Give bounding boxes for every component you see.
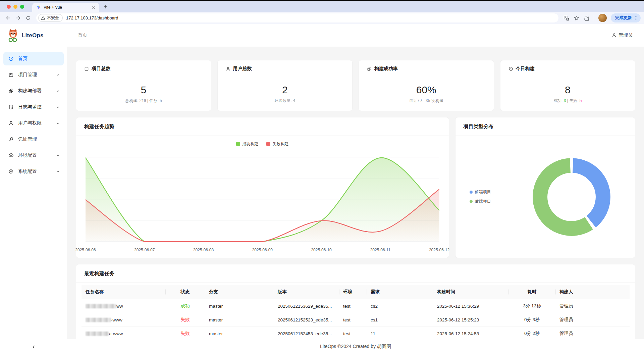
legend-swatch — [266, 142, 270, 146]
x-axis-label: 2025-06-12 — [429, 248, 449, 252]
project-type-card: 项目类型分布 前端项目 后端项目 — [455, 117, 635, 258]
window-zoom-button[interactable] — [20, 5, 24, 9]
user-menu[interactable]: 管理员 — [612, 32, 633, 38]
sidebar-collapse-button[interactable] — [0, 339, 67, 354]
cell-branch: master — [205, 299, 274, 313]
pie-legend: 前端项目 后端项目 — [455, 189, 508, 204]
sidebar-item-home[interactable]: 首页 — [3, 52, 64, 65]
main-column: 首页 管理员 项目总数 5 总构建: 2 — [67, 24, 644, 354]
translate-icon[interactable] — [562, 14, 571, 22]
extensions-puzzle-icon[interactable] — [582, 14, 591, 22]
env-cloud-icon — [8, 153, 14, 158]
cell-build-time: 2025-06-12 15:36:29 — [433, 299, 508, 313]
cell-env: test — [339, 327, 367, 340]
stat-title: 用户总数 — [233, 66, 252, 72]
legend-item-backend[interactable]: 后端项目 — [470, 199, 508, 204]
cell-requirement: cs2 — [367, 299, 433, 313]
table-row[interactable]: ww 成功 master 20250612153629_ede35... tes… — [82, 299, 630, 313]
app-frame: LiteOps 首页 项目管理 构建与部署 — [0, 24, 644, 354]
col-branch: 分支 — [205, 285, 274, 299]
chrome-update-button[interactable]: 完成更新 — [611, 13, 641, 22]
window-minimize-button[interactable] — [13, 5, 17, 9]
user-icon — [226, 66, 230, 71]
legend-swatch — [236, 142, 240, 146]
stat-subtitle: 成功: 3 | 失败: 5 — [553, 98, 582, 104]
cell-duration: 3分 13秒 — [508, 299, 555, 313]
sidebar-item-environments[interactable]: 环境配置 — [3, 149, 64, 162]
brand-name: LiteOps — [22, 32, 44, 39]
kebab-menu-icon[interactable] — [633, 15, 639, 21]
cell-version: 20250612152453_ede35... — [274, 327, 339, 340]
project-icon — [84, 66, 89, 71]
legend-item-fail[interactable]: 失败构建 — [266, 141, 288, 147]
x-axis-label: 2025-06-11 — [370, 248, 391, 252]
cell-build-time: 2025-06-12 15:24:53 — [433, 327, 508, 340]
sidebar-item-label: 用户与权限 — [18, 120, 52, 126]
chevron-left-icon — [32, 345, 36, 349]
address-bar[interactable]: 不安全 172.17.103.173/dashboard — [36, 13, 558, 22]
stat-title: 今日构建 — [516, 66, 535, 72]
forward-icon[interactable] — [13, 13, 23, 23]
reload-icon[interactable] — [23, 13, 33, 23]
bookmark-star-icon[interactable] — [572, 14, 581, 22]
cell-build-time: 2025-06-12 15:25:23 — [433, 313, 508, 327]
stat-title: 项目总数 — [92, 66, 110, 72]
card-title: 项目类型分布 — [455, 117, 635, 136]
col-builder: 构建人 — [555, 285, 630, 299]
trend-legend: 成功构建 失败构建 — [86, 141, 439, 147]
cell-task-name: -www — [82, 313, 165, 327]
col-env: 环境 — [339, 285, 367, 299]
recent-builds-card: 最近构建任务 任务名称 状态 分支 — [76, 264, 635, 339]
new-tab-button[interactable] — [103, 4, 108, 9]
brand[interactable]: LiteOps — [0, 24, 67, 47]
back-icon[interactable] — [3, 13, 13, 23]
sidebar-item-label: 凭证管理 — [18, 136, 60, 142]
col-task-name: 任务名称 — [82, 285, 165, 299]
sidebar-item-label: 构建与部署 — [18, 88, 52, 94]
settings-gear-icon — [8, 169, 14, 174]
window-close-button[interactable] — [7, 5, 11, 9]
sidebar-item-system-settings[interactable]: 系统配置 — [3, 165, 64, 178]
stat-value: 2 — [282, 84, 288, 96]
stat-value: 8 — [565, 84, 571, 96]
sidebar-item-users-permissions[interactable]: 用户与权限 — [3, 116, 64, 130]
x-axis-labels: 2025-06-062025-06-072025-06-082025-06-09… — [86, 246, 439, 253]
liteops-logo-icon — [7, 29, 19, 42]
chevron-down-icon — [56, 105, 60, 109]
breadcrumb: 首页 — [78, 32, 87, 38]
screen: Vite + Vue 不安全 172.17.103.173/dashb — [0, 0, 644, 354]
cell-task-name: ww — [82, 299, 165, 313]
sidebar-item-projects[interactable]: 项目管理 — [3, 68, 64, 82]
tab-close-icon[interactable] — [91, 4, 97, 10]
sidebar-item-build-deploy[interactable]: 构建与部署 — [3, 84, 64, 98]
stat-card-success-rate: 构建成功率 60% 最近7天: 35 次构建 — [359, 60, 494, 111]
cell-version: 20250612153629_ede35... — [274, 299, 339, 313]
sidebar-item-label: 日志与监控 — [18, 104, 52, 110]
charts-row: 构建任务趋势 成功构建 失败构建 — [76, 117, 635, 258]
toolbar-divider — [594, 15, 594, 21]
stat-card-today-builds: 今日构建 8 成功: 3 | 失败: 5 — [500, 60, 636, 111]
browser-tab[interactable]: Vite + Vue — [32, 3, 99, 12]
legend-item-success[interactable]: 成功构建 — [236, 141, 258, 147]
cell-builder: 管理员 — [555, 327, 630, 340]
table-row[interactable]: a-www 失败 master 20250612152453_ede35... … — [82, 327, 630, 340]
chevron-down-icon — [56, 89, 60, 93]
url-text: 172.17.103.173/dashboard — [66, 15, 118, 20]
deploy-icon — [8, 88, 14, 94]
sidebar-item-logs-monitoring[interactable]: 日志与监控 — [3, 100, 64, 114]
cell-env: test — [339, 313, 367, 327]
x-axis-label: 2025-06-08 — [193, 248, 214, 252]
col-duration: 耗时 — [508, 285, 555, 299]
site-security-chip[interactable]: 不安全 — [38, 14, 63, 22]
table-row[interactable]: -www 失败 master 20250612152523_ede35... t… — [82, 313, 630, 327]
username: 管理员 — [619, 32, 633, 38]
x-axis-label: 2025-06-07 — [134, 248, 155, 252]
sidebar-item-label: 项目管理 — [18, 72, 52, 78]
redacted-name — [86, 318, 111, 322]
sidebar-item-credentials[interactable]: 凭证管理 — [3, 133, 64, 146]
browser-tabstrip: Vite + Vue — [0, 1, 644, 12]
profile-avatar[interactable] — [598, 14, 607, 22]
legend-item-frontend[interactable]: 前端项目 — [470, 189, 508, 195]
chevron-down-icon — [56, 154, 60, 157]
cell-branch: master — [205, 327, 274, 340]
